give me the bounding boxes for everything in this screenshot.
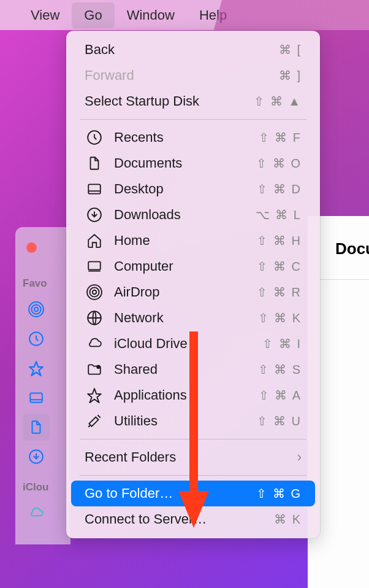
menu-startup-label: Select Startup Disk bbox=[85, 93, 254, 109]
menu-desktop-shortcut: ⇧ ⌘ D bbox=[257, 182, 302, 196]
cloud-icon bbox=[85, 336, 104, 352]
svg-point-13 bbox=[93, 290, 97, 295]
menu-recent-folders[interactable]: Recent Folders › bbox=[71, 444, 315, 470]
sidebar-favorites-label: Favo bbox=[23, 277, 63, 290]
menu-home-shortcut: ⇧ ⌘ H bbox=[257, 233, 302, 248]
menu-forward-shortcut: ⌘ ] bbox=[279, 68, 302, 83]
menu-goto-label: Go to Folder… bbox=[85, 485, 256, 501]
home-icon bbox=[85, 233, 104, 249]
menu-downloads[interactable]: Downloads ⌥ ⌘ L bbox=[71, 202, 315, 228]
menu-documents-label: Documents bbox=[114, 155, 256, 171]
svg-point-0 bbox=[34, 308, 39, 312]
menu-applications[interactable]: Applications ⇧ ⌘ A bbox=[71, 382, 315, 408]
menu-forward: Forward ⌘ ] bbox=[71, 63, 315, 88]
menu-computer-label: Computer bbox=[114, 258, 257, 274]
menu-divider bbox=[80, 119, 306, 120]
sidebar-documents[interactable] bbox=[23, 414, 50, 441]
menu-shared[interactable]: Shared ⇧ ⌘ S bbox=[71, 357, 315, 382]
menu-recents[interactable]: Recents ⇧ ⌘ F bbox=[71, 125, 315, 150]
menu-downloads-label: Downloads bbox=[114, 207, 256, 223]
menu-recents-shortcut: ⇧ ⌘ F bbox=[259, 130, 302, 145]
sidebar-recents[interactable] bbox=[23, 325, 50, 352]
finder-sidebar: Favo iClou bbox=[15, 227, 70, 544]
menu-airdrop-shortcut: ⇧ ⌘ R bbox=[257, 285, 302, 300]
menu-go-to-folder[interactable]: Go to Folder… ⇧ ⌘ G bbox=[71, 481, 315, 506]
menu-connect-label: Connect to Server… bbox=[85, 511, 274, 527]
globe-icon bbox=[85, 310, 104, 326]
menu-shared-shortcut: ⇧ ⌘ S bbox=[258, 362, 302, 377]
menu-startup-disk[interactable]: Select Startup Disk ⇧ ⌘ ▲ bbox=[71, 88, 315, 114]
menu-computer-shortcut: ⇧ ⌘ C bbox=[257, 259, 302, 274]
menu-icloud-shortcut: ⇧ ⌘ I bbox=[262, 336, 302, 351]
shared-folder-icon bbox=[85, 362, 104, 377]
applications-icon bbox=[85, 387, 104, 403]
svg-rect-4 bbox=[30, 393, 42, 402]
menu-downloads-shortcut: ⌥ ⌘ L bbox=[256, 207, 302, 222]
menu-divider bbox=[80, 439, 306, 439]
menu-utilities-shortcut: ⇧ ⌘ U bbox=[257, 414, 302, 428]
sidebar-downloads[interactable] bbox=[23, 443, 50, 470]
menu-icloud-drive[interactable]: iCloud Drive ⇧ ⌘ I bbox=[71, 331, 315, 357]
computer-icon bbox=[85, 258, 104, 274]
menu-startup-shortcut: ⇧ ⌘ ▲ bbox=[254, 94, 302, 109]
menu-computer[interactable]: Computer ⇧ ⌘ C bbox=[71, 253, 315, 279]
menu-applications-shortcut: ⇧ ⌘ A bbox=[259, 388, 302, 403]
menu-utilities-label: Utilities bbox=[114, 413, 257, 429]
clock-icon bbox=[85, 130, 104, 145]
content-header-divider bbox=[317, 279, 369, 280]
airdrop-icon bbox=[85, 284, 104, 300]
menubar-view[interactable]: View bbox=[18, 2, 72, 28]
sidebar-desktop[interactable] bbox=[23, 384, 50, 411]
menu-shared-label: Shared bbox=[114, 362, 258, 377]
menu-connect-server[interactable]: Connect to Server… ⌘ K bbox=[71, 506, 315, 532]
svg-point-17 bbox=[96, 365, 101, 369]
menu-desktop-label: Desktop bbox=[114, 181, 257, 197]
svg-point-1 bbox=[31, 304, 40, 314]
menu-divider bbox=[80, 475, 306, 476]
menu-icloud-label: iCloud Drive bbox=[114, 336, 262, 352]
menu-back-label: Back bbox=[85, 42, 279, 58]
menu-back[interactable]: Back ⌘ [ bbox=[71, 37, 315, 63]
menubar-window[interactable]: Window bbox=[115, 2, 187, 28]
chevron-right-icon: › bbox=[297, 449, 302, 465]
menu-recents-label: Recents bbox=[114, 130, 259, 145]
svg-point-14 bbox=[89, 287, 99, 296]
menu-connect-shortcut: ⌘ K bbox=[274, 512, 302, 527]
go-menu-dropdown: Back ⌘ [ Forward ⌘ ] Select Startup Disk… bbox=[66, 31, 320, 538]
menu-forward-label: Forward bbox=[85, 68, 279, 83]
menubar-go[interactable]: Go bbox=[72, 2, 114, 28]
tools-icon bbox=[85, 413, 104, 429]
download-icon bbox=[85, 207, 104, 223]
menu-home[interactable]: Home ⇧ ⌘ H bbox=[71, 228, 315, 253]
menu-utilities[interactable]: Utilities ⇧ ⌘ U bbox=[71, 408, 315, 434]
window-close-button[interactable] bbox=[26, 242, 37, 253]
menu-network-shortcut: ⇧ ⌘ K bbox=[258, 311, 302, 325]
content-title: Docu bbox=[335, 239, 369, 258]
desktop-icon bbox=[85, 181, 104, 197]
menu-airdrop-label: AirDrop bbox=[114, 284, 257, 300]
menu-documents[interactable]: Documents ⇧ ⌘ O bbox=[71, 150, 315, 176]
sidebar-airdrop[interactable] bbox=[23, 296, 50, 323]
menu-network-label: Network bbox=[114, 310, 258, 326]
sidebar-applications[interactable] bbox=[23, 355, 50, 382]
menu-airdrop[interactable]: AirDrop ⇧ ⌘ R bbox=[71, 279, 315, 305]
menu-back-shortcut: ⌘ [ bbox=[279, 42, 302, 57]
menu-recent-folders-label: Recent Folders bbox=[85, 449, 297, 465]
sidebar-icloud-drive[interactable] bbox=[23, 500, 50, 527]
menu-network[interactable]: Network ⇧ ⌘ K bbox=[71, 305, 315, 331]
svg-rect-11 bbox=[88, 261, 101, 269]
document-icon bbox=[85, 155, 104, 171]
menu-applications-label: Applications bbox=[114, 387, 259, 403]
menu-documents-shortcut: ⇧ ⌘ O bbox=[256, 156, 302, 171]
sidebar-icloud-label: iClou bbox=[23, 481, 63, 493]
svg-rect-8 bbox=[88, 184, 101, 193]
menu-goto-shortcut: ⇧ ⌘ G bbox=[256, 486, 302, 501]
menu-home-label: Home bbox=[114, 233, 257, 249]
menu-desktop[interactable]: Desktop ⇧ ⌘ D bbox=[71, 176, 315, 202]
